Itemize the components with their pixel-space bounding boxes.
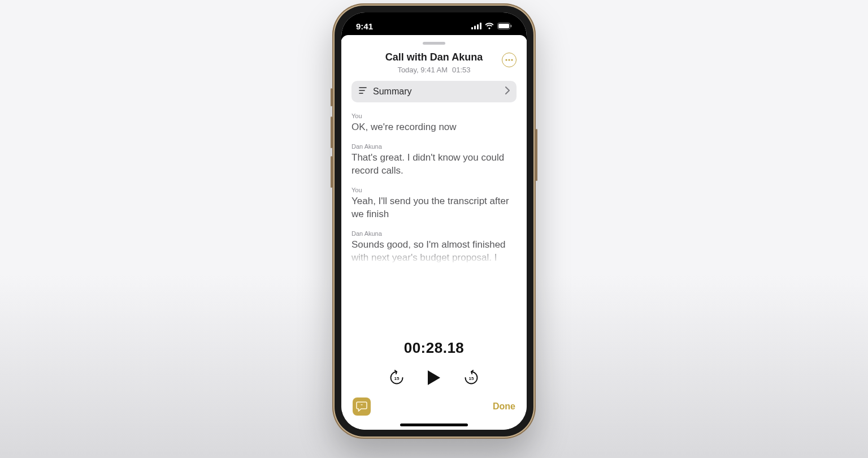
wifi-icon bbox=[485, 23, 494, 29]
svg-rect-1 bbox=[474, 26, 476, 30]
sheet-grabber[interactable] bbox=[423, 42, 445, 45]
transcript-entry: You OK, we're recording now bbox=[351, 113, 517, 134]
summary-icon bbox=[358, 87, 367, 97]
svg-rect-2 bbox=[477, 24, 479, 29]
phone-frame: 9:41 Call with Dan Akuna bbox=[332, 3, 536, 439]
svg-point-4 bbox=[488, 27, 490, 29]
side-button bbox=[331, 88, 332, 106]
svg-rect-6 bbox=[498, 24, 509, 28]
volume-down-button bbox=[331, 156, 332, 188]
svg-text:15: 15 bbox=[469, 376, 474, 381]
speech-bubble-icon: ” bbox=[356, 401, 367, 412]
more-options-button[interactable] bbox=[502, 53, 517, 67]
skip-back-15-button[interactable]: 15 bbox=[388, 369, 405, 386]
transcript-area[interactable]: You OK, we're recording now Dan Akuna Th… bbox=[341, 102, 527, 336]
battery-icon bbox=[497, 23, 512, 29]
play-button[interactable] bbox=[424, 368, 444, 387]
svg-point-9 bbox=[508, 59, 510, 61]
svg-rect-0 bbox=[471, 27, 473, 29]
play-icon bbox=[427, 369, 441, 386]
transcript-entry: You Yeah, I'll send you the transcript a… bbox=[351, 187, 517, 221]
recording-duration: 01:53 bbox=[452, 66, 471, 74]
recording-title: Call with Dan Akuna bbox=[353, 51, 515, 63]
done-button[interactable]: Done bbox=[493, 401, 515, 412]
power-button bbox=[536, 129, 537, 181]
recording-date: Today, 9:41 AM bbox=[397, 66, 448, 74]
playback-timecode: 00:28.18 bbox=[351, 339, 517, 357]
svg-rect-7 bbox=[511, 25, 512, 27]
skip-forward-15-button[interactable]: 15 bbox=[463, 369, 480, 386]
summary-label: Summary bbox=[373, 87, 500, 97]
svg-rect-3 bbox=[480, 23, 481, 29]
transcript-entry: Dan Akuna Sounds good, so I'm almost fin… bbox=[351, 230, 517, 265]
transcript-view-button[interactable]: ” bbox=[353, 397, 371, 416]
summary-row[interactable]: Summary bbox=[351, 81, 517, 102]
svg-text:”: ” bbox=[361, 403, 363, 408]
chevron-right-icon bbox=[505, 87, 510, 97]
recording-sheet: Call with Dan Akuna Today, 9:41 AM 01:53… bbox=[341, 35, 527, 430]
ellipsis-icon bbox=[505, 59, 513, 61]
svg-point-10 bbox=[511, 59, 513, 61]
cellular-icon bbox=[471, 23, 481, 29]
dynamic-island bbox=[406, 18, 462, 34]
svg-text:15: 15 bbox=[394, 376, 400, 381]
transcript-entry: Dan Akuna That's great. I didn't know yo… bbox=[351, 143, 517, 178]
volume-up-button bbox=[331, 116, 332, 148]
svg-point-8 bbox=[505, 59, 507, 61]
home-indicator[interactable] bbox=[400, 424, 468, 426]
player-controls: 00:28.18 15 bbox=[341, 336, 527, 395]
status-time: 9:41 bbox=[356, 21, 373, 31]
